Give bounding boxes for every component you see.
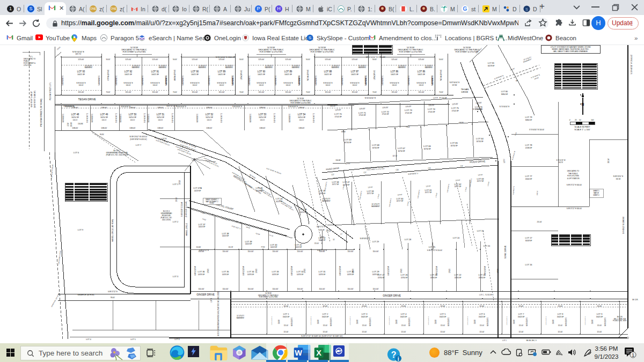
svg-text:LOT 58: LOT 58 [332,181,339,183]
svg-text:125.00': 125.00' [478,174,483,176]
svg-text:115.00': 115.00' [125,91,131,93]
svg-text:50.00': 50.00' [372,58,377,61]
svg-text:HUGO DRIVE: HUGO DRIVE [326,167,340,171]
svg-text:1: 1 [632,352,634,358]
svg-text:13750 SF: 13750 SF [401,277,408,279]
svg-text:110.00': 110.00' [297,288,303,290]
svg-text:N 90°00'00" E: N 90°00'00" E [324,82,333,84]
svg-text:LOT 5: LOT 5 [130,338,136,341]
svg-text:(PLAT DOC. NO. 2002-12929): (PLAT DOC. NO. 2002-12929) [106,154,128,156]
svg-text:20717 SF: 20717 SF [455,186,462,188]
svg-text:170.81': 170.81' [400,268,402,273]
svg-text:LOT 89: LOT 89 [284,70,292,73]
svg-text:170.45': 170.45' [487,181,489,187]
svg-text:EASEMENT: EASEMENT [265,67,273,69]
svg-text:115.00': 115.00' [480,331,485,333]
svg-text:36804 SF: 36804 SF [501,93,508,95]
svg-text:111.29': 111.29' [229,246,233,248]
svg-text:17105 SF: 17105 SF [382,113,389,115]
svg-text:15625 SF: 15625 SF [440,316,447,318]
svg-text:S 00°00'00" E: S 00°00'00" E [165,76,167,86]
svg-text:N 00°32'38" W: N 00°32'38" W [194,266,196,276]
svg-text:215.00': 215.00' [537,221,542,223]
svg-text:S 00°00'00" E: S 00°00'00" E [62,76,64,86]
svg-text:70.00': 70.00' [439,91,443,93]
svg-text:LOT 88: LOT 88 [324,70,332,73]
svg-text:LOT 93: LOT 93 [77,70,85,73]
svg-text:N 90°00'00" E: N 90°00'00" E [350,82,360,84]
svg-text:10': 10' [333,239,335,241]
svg-text:N 00°32'38" E: N 00°32'38" E [448,317,450,327]
svg-text:N 90°00'00" E: N 90°00'00" E [77,82,86,84]
svg-text:125.00': 125.00' [455,179,460,182]
svg-text:LOT 32: LOT 32 [296,270,303,273]
svg-text:14376 SF: 14376 SF [319,274,326,276]
svg-text:140.00': 140.00' [153,84,158,86]
svg-text:125.00': 125.00' [397,194,402,196]
svg-text:15625 SF: 15625 SF [400,316,407,318]
svg-text:GINGER DRIVE: GINGER DRIVE [196,293,215,296]
svg-text:LOT 4: LOT 4 [401,313,407,315]
svg-text:FOR STREET & UTILITIES: FOR STREET & UTILITIES [290,102,310,104]
svg-text:FOR STREET & UTILITIES: FOR STREET & UTILITIES [123,51,146,53]
svg-text:115.00': 115.00' [258,91,264,93]
svg-text:14025 SF: 14025 SF [391,73,398,76]
svg-text:S 00°00'00" E: S 00°00'00" E [275,76,277,86]
svg-text:S 00°00'00" E: S 00°00'00" E [221,113,223,123]
svg-text:110.66': 110.66' [196,246,201,248]
svg-text:S 89°27'22" E: S 89°27'22" E [108,291,118,293]
svg-text:N 80°00'00" E: N 80°00'00" E [408,172,418,175]
svg-text:EASEMENT: EASEMENT [199,67,207,69]
svg-text:PEOSTA STREET LOT L: PEOSTA STREET LOT L [49,82,52,100]
svg-text:20717 SF: 20717 SF [477,180,484,182]
svg-text:LOT 34: LOT 34 [247,270,254,273]
svg-text:95.95': 95.95' [100,134,104,136]
svg-text:115.00': 115.00' [391,91,397,93]
svg-text:170.45': 170.45' [464,187,467,192]
svg-text:14376 SF: 14376 SF [222,274,229,276]
svg-text:165.76': 165.76' [536,190,539,195]
svg-text:134.68': 134.68' [335,159,341,161]
svg-text:20717 SF: 20717 SF [367,193,374,195]
svg-text:135.00': 135.00' [356,319,358,324]
svg-text:(N 01°36'36" E 408.34'): (N 01°36'36" E 408.34') [34,91,36,108]
svg-text:LOT 49: LOT 49 [100,113,108,116]
svg-text:W: W [295,349,302,357]
svg-text:SHEET 4: SHEET 4 [593,194,599,196]
svg-text:13750 SF: 13750 SF [430,277,437,279]
svg-text:134.68': 134.68' [345,162,350,165]
svg-text:170.81': 170.81' [449,268,451,273]
svg-text:110.00': 110.00' [372,250,378,253]
svg-text:138.00': 138.00' [157,107,164,109]
svg-text:15625 SF: 15625 SF [361,316,368,318]
svg-text:GINGER DRIVE: GINGER DRIVE [383,294,401,297]
svg-text:135.00': 135.00' [513,319,515,324]
svg-text:S 00°32'38" W: S 00°32'38" W [428,316,429,325]
svg-text:S 00°00'00" E: S 00°00'00" E [232,76,234,86]
svg-text:LOT 20: LOT 20 [484,245,490,247]
svg-text:138.00': 138.00' [129,107,136,109]
svg-text:15625 SF: 15625 SF [557,316,564,318]
svg-text:77.95': 77.95' [261,246,265,248]
svg-text:170.45': 170.45' [377,194,379,199]
svg-text:16734 SF: 16734 SF [344,142,351,144]
svg-text:LOT 62: LOT 62 [454,183,461,186]
svg-text:S 89°27'22" E: S 89°27'22" E [199,249,209,252]
svg-text:14' UTILITY: 14' UTILITY [237,315,244,317]
svg-text:125.00': 125.00' [192,58,198,61]
svg-text:N 90°00'00" E: N 90°00'00" E [151,82,160,84]
svg-text:LOT 33: LOT 33 [272,270,279,273]
svg-text:16734 SF: 16734 SF [398,150,405,152]
svg-text:N 90°00'00" E: N 90°00'00" E [191,82,200,84]
svg-text:(N 00°32'38" E 511.44'): (N 00°32'38" E 511.44') [185,201,187,217]
svg-text:LITA DRIVE: LITA DRIVE [240,70,243,80]
svg-text:151.13': 151.13' [330,105,335,107]
svg-text:110.00': 110.00' [222,288,228,290]
svg-text:N 90°00'00" E: N 90°00'00" E [124,82,133,84]
svg-text:140.00': 140.00' [259,84,264,86]
svg-text:LOT 73: LOT 73 [405,109,413,112]
svg-text:70.00': 70.00' [306,91,310,93]
svg-text:LOT 90: LOT 90 [191,70,199,73]
svg-text:13750 SF: 13750 SF [378,277,385,279]
svg-text:LOT 4: LOT 4 [86,338,91,341]
